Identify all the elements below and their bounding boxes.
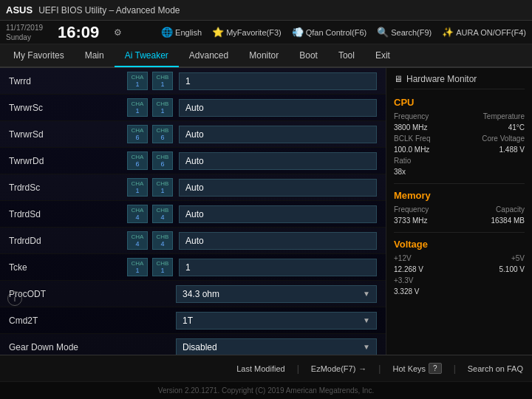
- tab-ai-tweaker[interactable]: Ai Tweaker: [115, 45, 179, 67]
- value-twrrd[interactable]: 1: [179, 72, 377, 90]
- setting-row-tcke: Tcke CHA 1 CHB 1 1: [0, 254, 386, 281]
- search-faq-button[interactable]: Search on FAQ: [468, 364, 523, 373]
- setting-label-procodt: ProcODT: [9, 289, 127, 299]
- channel-cha-trdrdsc: CHA 1: [127, 178, 148, 197]
- setting-label-trdrddd: TrdrdDd: [9, 236, 127, 246]
- memory-section: Memory Frequency Capacity 3733 MHz 16384…: [394, 190, 525, 225]
- last-modified-label: Last Modified: [236, 364, 284, 373]
- info-button[interactable]: i: [7, 291, 22, 306]
- star-icon: ⭐: [212, 27, 224, 38]
- value-twrwrsd[interactable]: Auto: [179, 126, 377, 143]
- cpu-ratio-value-row: 38x: [394, 168, 525, 176]
- nav-tabs: My Favorites Main Ai Tweaker Advanced Mo…: [0, 44, 532, 68]
- voltage-section: Voltage +12V +5V 12.268 V 5.100 V +3.3V …: [394, 239, 525, 296]
- memory-frequency-value: 3733 MHz: [394, 216, 428, 225]
- value-geardownmode[interactable]: Disabled ▼: [176, 338, 377, 355]
- language-selector[interactable]: 🌐 English: [161, 27, 202, 38]
- channel-chb-twrwrsd: CHB 6: [152, 125, 173, 143]
- ezmode-button[interactable]: EzMode(F7) →: [311, 364, 367, 373]
- setting-label-geardownmode: Gear Down Mode: [9, 342, 127, 352]
- value-twrwrsc[interactable]: Auto: [179, 99, 377, 117]
- channel-chb-trdrdsd: CHB 4: [152, 205, 173, 223]
- setting-row-trdrdsc: TrdrdSc CHA 1 CHB 1 Auto: [0, 174, 386, 201]
- setting-label-tcke: Tcke: [9, 262, 127, 273]
- voltage-12-row: +12V +5V: [394, 254, 525, 262]
- channel-cha-trdrdsd: CHA 4: [127, 205, 148, 223]
- myfavorite-button[interactable]: ⭐ MyFavorite(F3): [212, 27, 282, 38]
- tab-boot[interactable]: Boot: [289, 45, 328, 67]
- voltage-33-label: +3.3V: [394, 276, 413, 284]
- tab-monitor[interactable]: Monitor: [239, 45, 289, 67]
- hotkeys-key-badge: ?: [429, 363, 442, 374]
- memory-frequency-label: Frequency: [394, 205, 429, 214]
- cpu-bclk-values: 100.0 MHz 1.488 V: [394, 146, 525, 154]
- tab-my-favorites[interactable]: My Favorites: [3, 45, 75, 67]
- setting-label-trdrdsd: TrdrdSd: [9, 209, 127, 219]
- bios-title: UEFI BIOS Utility – Advanced Mode: [38, 5, 526, 16]
- voltage-33-row: +3.3V: [394, 276, 525, 284]
- dropdown-arrow-geardownmode: ▼: [363, 343, 370, 351]
- channels-twrwrsd: CHA 6 CHB 6: [127, 125, 173, 143]
- ezmode-label: EzMode(F7): [311, 364, 356, 373]
- settings-table: Twrrd CHA 1 CHB 1 1 TwrwrSc: [0, 68, 386, 355]
- channels-twrwrsc: CHA 1 CHB 1: [127, 98, 173, 117]
- separator-3: |: [454, 364, 456, 374]
- setting-label-trdrdsc: TrdrdSc: [9, 183, 127, 193]
- value-twrwrdd[interactable]: Auto: [179, 152, 377, 170]
- cpu-ratio-row: Ratio: [394, 157, 525, 165]
- channels-trdrddd: CHA 4 CHB 4: [127, 231, 173, 250]
- hotkeys-item[interactable]: Hot Keys ?: [392, 363, 441, 374]
- value-tcke[interactable]: 1: [179, 259, 377, 276]
- aura-icon: ✨: [442, 27, 454, 38]
- voltage-section-title: Voltage: [394, 239, 525, 250]
- value-trdrdsd[interactable]: Auto: [179, 205, 377, 223]
- main-layout: Twrrd CHA 1 CHB 1 1 TwrwrSc: [0, 68, 532, 355]
- cpu-section: CPU Frequency Temperature 3800 MHz 41°C …: [394, 97, 525, 176]
- dropdown-arrow-procodt: ▼: [363, 290, 370, 298]
- cpu-frequency-label: Frequency: [394, 112, 429, 120]
- cpu-bclk-row: BCLK Freq Core Voltage: [394, 134, 525, 143]
- separator-2: |: [378, 364, 381, 374]
- setting-row-cmd2t: Cmd2T 1T ▼: [0, 307, 386, 334]
- asus-logo: ASUS: [6, 4, 33, 16]
- channels-twrrd: CHA 1 CHB 1: [127, 72, 173, 90]
- time-settings-icon[interactable]: ⚙: [114, 27, 122, 38]
- search-faq-label: Search on FAQ: [468, 364, 523, 373]
- value-procodt[interactable]: 34.3 ohm ▼: [176, 285, 377, 303]
- tab-advanced[interactable]: Advanced: [179, 45, 239, 67]
- version-text: Version 2.20.1271. Copyright (C) 2019 Am…: [158, 386, 374, 395]
- cpu-temperature-label: Temperature: [483, 112, 525, 120]
- cpu-frequency-value: 3800 MHz: [394, 123, 428, 132]
- hw-divider-2: [394, 232, 525, 233]
- dropdown-arrow-cmd2t: ▼: [363, 316, 370, 324]
- channels-trdrdsc: CHA 1 CHB 1: [127, 178, 173, 197]
- value-cmd2t[interactable]: 1T ▼: [176, 312, 377, 330]
- value-trdrdsc[interactable]: Auto: [179, 179, 377, 197]
- cpu-corevoltage-label: Core Voltage: [482, 134, 525, 143]
- voltage-12-values: 12.268 V 5.100 V: [394, 265, 525, 273]
- tab-tool[interactable]: Tool: [328, 45, 365, 67]
- tab-exit[interactable]: Exit: [365, 45, 400, 67]
- voltage-5-value: 5.100 V: [499, 265, 525, 273]
- cpu-ratio-value: 38x: [394, 168, 406, 176]
- memory-capacity-value: 16384 MB: [491, 216, 525, 225]
- search-button[interactable]: 🔍 Search(F9): [377, 27, 432, 38]
- channel-cha-twrwrdd: CHA 6: [127, 151, 148, 170]
- tab-main[interactable]: Main: [75, 45, 115, 67]
- channel-chb-twrwrdd: CHB 6: [152, 151, 173, 170]
- version-bar: Version 2.20.1271. Copyright (C) 2019 Am…: [0, 381, 532, 399]
- aura-button[interactable]: ✨ AURA ON/OFF(F4): [442, 27, 526, 38]
- cpu-section-title: CPU: [394, 97, 525, 108]
- language-icon: 🌐: [161, 27, 173, 38]
- separator-1: |: [297, 364, 299, 374]
- channel-chb-twrrd: CHB 1: [152, 72, 173, 90]
- last-modified-item[interactable]: Last Modified: [236, 364, 284, 373]
- cpu-ratio-label: Ratio: [394, 157, 411, 165]
- value-trdrddd[interactable]: Auto: [179, 232, 377, 250]
- voltage-33-value: 3.328 V: [394, 287, 419, 296]
- channels-tcke: CHA 1 CHB 1: [127, 258, 173, 276]
- settings-panel: Twrrd CHA 1 CHB 1 1 TwrwrSc: [0, 68, 386, 355]
- setting-label-twrwrdd: TwrwrDd: [9, 156, 127, 166]
- qfan-button[interactable]: 💨 Qfan Control(F6): [292, 27, 367, 38]
- channel-cha-twrrd: CHA 1: [127, 72, 148, 90]
